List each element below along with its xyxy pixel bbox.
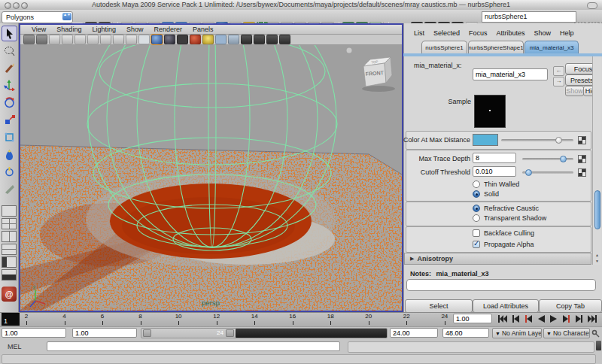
go-to-end-icon[interactable]	[586, 314, 598, 324]
current-time-field[interactable]	[453, 314, 492, 323]
viewport-menu-item[interactable]: Panels	[187, 26, 219, 33]
arrow-right-icon[interactable]: →	[553, 77, 564, 86]
maya-logo-icon[interactable]: @	[2, 287, 17, 302]
safe-display-icon[interactable]	[126, 35, 137, 44]
selection-name-field[interactable]: nurbsSphere1	[482, 11, 576, 23]
color-at-max-distance-slider[interactable]	[501, 139, 573, 141]
hardware-texturing-icon[interactable]	[266, 35, 278, 44]
select-tool[interactable]	[2, 26, 17, 41]
image-plane-icon[interactable]	[49, 35, 60, 44]
film-gate-icon[interactable]	[87, 35, 99, 44]
gate-mask-icon[interactable]	[113, 35, 124, 44]
move-tool[interactable]	[2, 77, 17, 93]
viewport-menu-item[interactable]: Shading	[51, 26, 87, 33]
backface-culling-checkbox[interactable]	[473, 229, 480, 237]
step-back-frame-icon[interactable]	[509, 314, 521, 324]
arrow-left-icon[interactable]: ←	[553, 66, 564, 76]
animation-end-field[interactable]	[442, 328, 489, 338]
mel-command-input[interactable]	[47, 341, 340, 351]
fur-display-icon[interactable]	[254, 35, 265, 44]
textured-mode-icon[interactable]	[190, 35, 201, 44]
viewport-menu-item[interactable]: Renderer	[148, 26, 187, 33]
outliner-persp-layout[interactable]	[2, 256, 17, 268]
menu-set-dropdown[interactable]: Polygons ▲▼	[2, 11, 73, 23]
attribute-editor-menu-item[interactable]: Selected	[429, 29, 464, 37]
bounding-box-mode-icon[interactable]	[177, 35, 188, 44]
time-tick[interactable]: 6	[94, 313, 111, 326]
four-pane-layout[interactable]	[2, 218, 17, 229]
anisotropy-section-header[interactable]: ▶ Anisotropy	[404, 253, 591, 265]
select-button[interactable]: Select	[405, 299, 473, 313]
command-line-label[interactable]: MEL	[8, 343, 22, 350]
single-pane-layout[interactable]	[2, 205, 17, 217]
smooth-shade-mode-icon[interactable]	[151, 35, 163, 44]
time-tick[interactable]: 14	[246, 313, 263, 326]
play-forwards-icon[interactable]	[548, 314, 560, 324]
attribute-editor-menu-item[interactable]: Attributes	[492, 29, 530, 37]
tab-mia-material-x3[interactable]: mia_material_x3	[524, 41, 579, 53]
time-tick[interactable]: 10	[170, 313, 187, 326]
range-start-handle[interactable]	[143, 329, 151, 337]
universal-manipulator-tool[interactable]	[2, 129, 17, 145]
time-tick[interactable]: 16	[284, 313, 301, 326]
copy-tab-button[interactable]: Copy Tab	[539, 299, 602, 313]
tab-nurbsSphereShape1[interactable]: nurbsSphereShape1	[468, 41, 524, 53]
attribute-editor-menu-item[interactable]: Focus	[464, 29, 492, 37]
time-tick[interactable]: 12	[208, 313, 225, 326]
range-slider[interactable]: 24	[141, 328, 388, 338]
go-to-start-icon[interactable]	[497, 314, 509, 324]
cutoff-threshold-slider[interactable]	[522, 171, 573, 174]
grid-toggle-icon[interactable]	[74, 35, 86, 44]
playback-end-field[interactable]	[390, 328, 438, 338]
current-frame-indicator[interactable]: 1	[2, 313, 20, 326]
time-tick[interactable]: 18	[322, 313, 339, 326]
anim-layer-dropdown[interactable]: ▼ No Anim Layer	[492, 328, 542, 338]
step-forward-frame-icon[interactable]	[573, 314, 585, 324]
last-tool-used[interactable]	[2, 181, 17, 197]
resolution-gate-icon[interactable]	[100, 35, 111, 44]
camera-bookmarks-icon[interactable]	[36, 35, 47, 44]
time-tick[interactable]: 24	[436, 313, 453, 326]
scroll-down-icon[interactable]: ▼	[595, 259, 599, 263]
high-quality-render-icon[interactable]	[279, 35, 290, 44]
paint-select-tool[interactable]	[2, 60, 17, 76]
view-cube-home-icon[interactable]	[347, 48, 352, 53]
xray-mode-icon[interactable]	[228, 35, 239, 44]
scroll-up-icon[interactable]: ▲	[595, 253, 599, 257]
isolate-select-icon[interactable]	[241, 35, 252, 44]
two-pane-side-layout[interactable]	[2, 231, 17, 242]
viewport-3d-view[interactable]: TOP FRONT y z persp	[20, 45, 402, 311]
wireframe-mode-icon[interactable]	[138, 35, 150, 44]
color-at-max-distance-swatch[interactable]	[473, 134, 498, 146]
time-tick[interactable]: 20	[360, 313, 377, 326]
script-editor-icon[interactable]	[596, 341, 601, 350]
scrollbar-thumb[interactable]	[594, 190, 600, 229]
map-texture-icon[interactable]	[578, 168, 586, 177]
thin-walled-radio[interactable]	[473, 180, 480, 188]
cutoff-threshold-field[interactable]	[473, 166, 516, 177]
lasso-select-tool[interactable]	[2, 43, 17, 59]
propagate-alpha-checkbox[interactable]	[473, 241, 480, 248]
transparent-shadow-radio[interactable]	[473, 214, 480, 222]
attribute-editor-menu-item[interactable]: Show	[530, 29, 556, 37]
time-tick[interactable]: 8	[132, 313, 149, 326]
step-forward-key-icon[interactable]	[561, 314, 573, 324]
node-name-field[interactable]	[473, 68, 548, 80]
camera-attributes-icon[interactable]	[23, 35, 35, 44]
step-back-key-icon[interactable]	[522, 314, 534, 324]
notes-field[interactable]	[406, 279, 596, 291]
animation-start-field[interactable]	[2, 328, 66, 338]
attribute-editor-menu-item[interactable]: List	[409, 29, 429, 37]
attribute-scrollbar[interactable]: ▲ ▼	[592, 56, 601, 265]
view-axis-icon[interactable]	[62, 35, 73, 44]
hypergraph-persp-layout[interactable]	[2, 269, 17, 281]
view-cube-top-label[interactable]: TOP	[371, 60, 379, 65]
title-bar[interactable]: Autodesk Maya 2009 Service Pack 1 Unlimi…	[0, 0, 602, 11]
range-end-handle[interactable]	[226, 329, 234, 337]
range-outer-bar[interactable]	[236, 329, 387, 338]
show-button[interactable]: Show	[565, 86, 584, 96]
play-backwards-icon[interactable]	[535, 314, 547, 324]
attribute-editor-menu-item[interactable]: Help	[555, 29, 579, 37]
viewport-menu-item[interactable]: Lighting	[87, 26, 121, 33]
viewport-menu-item[interactable]: View	[26, 26, 51, 33]
